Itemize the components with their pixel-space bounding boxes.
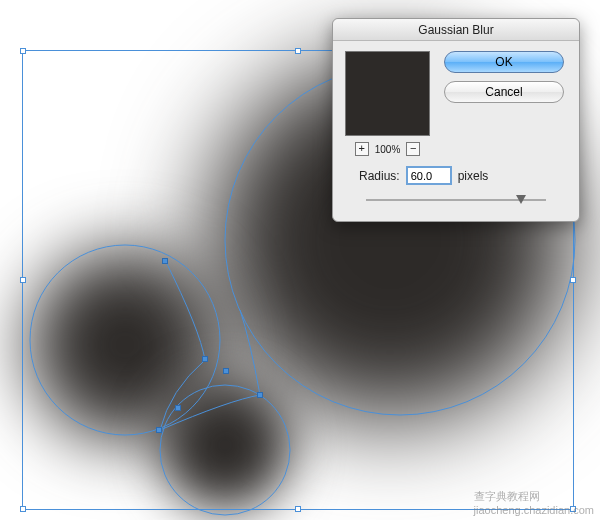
resize-handle-bl[interactable] <box>20 506 26 512</box>
ok-button[interactable]: OK <box>444 51 564 73</box>
anchor-point[interactable] <box>156 427 162 433</box>
gaussian-blur-dialog: Gaussian Blur + 100% − OK Cancel Radius:… <box>332 18 580 222</box>
anchor-point[interactable] <box>202 356 208 362</box>
radius-unit-label: pixels <box>458 169 489 183</box>
zoom-out-button[interactable]: − <box>406 142 420 156</box>
resize-handle-bm[interactable] <box>295 506 301 512</box>
radius-input[interactable] <box>406 166 452 185</box>
radius-label: Radius: <box>359 169 400 183</box>
anchor-point[interactable] <box>257 392 263 398</box>
resize-handle-mr[interactable] <box>570 277 576 283</box>
cancel-button[interactable]: Cancel <box>444 81 564 103</box>
slider-thumb[interactable] <box>516 195 526 204</box>
watermark: 查字典教程网 jiaocheng.chazidian.com <box>474 489 594 516</box>
resize-handle-tl[interactable] <box>20 48 26 54</box>
blurred-circle-small <box>160 380 290 510</box>
radius-slider[interactable] <box>366 193 546 207</box>
zoom-percent-label: 100% <box>375 144 401 155</box>
resize-handle-tm[interactable] <box>295 48 301 54</box>
anchor-point[interactable] <box>162 258 168 264</box>
preview-thumbnail[interactable] <box>345 51 430 136</box>
resize-handle-ml[interactable] <box>20 277 26 283</box>
anchor-point[interactable] <box>175 405 181 411</box>
dialog-title[interactable]: Gaussian Blur <box>333 19 579 41</box>
zoom-in-button[interactable]: + <box>355 142 369 156</box>
anchor-point[interactable] <box>223 368 229 374</box>
